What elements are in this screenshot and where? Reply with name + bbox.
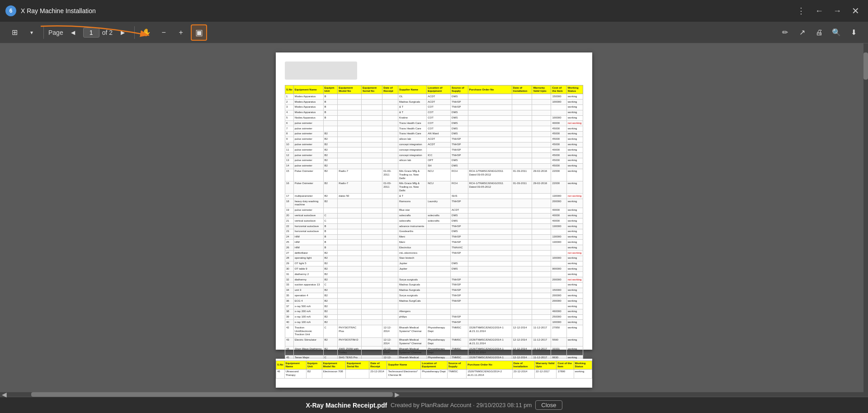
table-cell: pulse oximeter: [293, 131, 323, 137]
table-cell: COT: [427, 110, 451, 115]
table-cell: not working: [566, 251, 583, 256]
table-cell: working: [566, 266, 583, 272]
table-cell: 23-12-2014: [369, 369, 387, 378]
table-cell: [382, 131, 398, 137]
table-cell: [532, 213, 551, 218]
table-row: 30OT table 9B2JupiterDMS900000working: [285, 266, 583, 272]
table-cell: Electrosoun 70B: [322, 369, 346, 378]
print-button[interactable]: 🖨: [812, 25, 826, 40]
table-cell: datex 50: [338, 194, 362, 199]
table-row: 5Nodes ApparatusBKratineCOTDMS100000work…: [285, 115, 583, 121]
table-cell: [338, 121, 362, 126]
table-cell: 22-12-2017: [534, 369, 557, 378]
h-scroll-left-btn[interactable]: ◀: [0, 391, 9, 398]
table-cell: [427, 272, 451, 277]
table-cell: [362, 218, 382, 224]
table-cell: [398, 163, 426, 169]
table-cell: [323, 121, 338, 126]
col-receipt: Date of Receipt: [382, 85, 398, 94]
status-close-button[interactable]: Close: [535, 400, 562, 410]
chevron-down-button[interactable]: ▾: [24, 25, 39, 40]
table-cell: B: [323, 94, 338, 100]
table-cell: [427, 261, 451, 266]
table-cell: [362, 137, 382, 142]
table-cell: DMS: [451, 229, 468, 234]
page-number-input[interactable]: [83, 28, 99, 38]
table-cell: TNHSP: [451, 234, 468, 240]
table-cell: [338, 309, 362, 314]
table-cell: pulse oximeter: [293, 163, 323, 169]
table-row: 4Modes ApparatusB& TCOTDMSworking: [285, 110, 583, 115]
h-scroll-area[interactable]: ◀ ▶: [0, 392, 863, 397]
table-cell: [338, 163, 362, 169]
table-cell: Radix-7: [338, 169, 362, 181]
table-cell: defibrillator: [293, 251, 323, 256]
table-cell: DMS: [451, 115, 468, 121]
grid-button[interactable]: ⊞: [7, 25, 22, 40]
table-cell: [532, 194, 551, 199]
annotate-button[interactable]: ✏: [778, 25, 792, 40]
table-cell: 30: [285, 266, 294, 272]
table-cell: B2: [323, 142, 338, 147]
table-cell: B2: [323, 131, 338, 137]
fit-page-button[interactable]: ▣: [191, 24, 207, 41]
table-cell: [362, 181, 382, 193]
download-button[interactable]: ⬇: [846, 25, 861, 40]
table-cell: TNHSP: [451, 153, 468, 158]
table-cell: [512, 199, 532, 208]
table-cell: [551, 304, 566, 309]
table-cell: Goodearths: [398, 229, 426, 234]
share-button[interactable]: ↗: [795, 25, 809, 40]
next-page-button[interactable]: ▶: [115, 25, 130, 40]
table-cell: [338, 110, 362, 115]
table-cell: [362, 325, 382, 337]
table-row: 27defibrillatorB2miL-electronicsTNHSPnot…: [285, 251, 583, 256]
table-cell: 36: [285, 299, 294, 304]
viewer-area[interactable]: S.No Equipment Name Equipm Unit Equipmen…: [0, 43, 868, 397]
back-button[interactable]: ←: [812, 4, 826, 18]
table-cell: 6: [285, 121, 294, 126]
col-model: Equipment Model No: [338, 85, 362, 94]
table-cell: 900000: [551, 266, 566, 272]
table-cell: working: [566, 314, 583, 320]
h-scroll-right-btn[interactable]: ▶: [393, 391, 401, 398]
status-subtitle: Created by PlanRadar Account · 29/10/202…: [391, 402, 532, 408]
table-cell: [532, 163, 551, 169]
table-cell: 22000: [551, 181, 566, 193]
prev-page-button[interactable]: ◀: [66, 25, 80, 40]
table-cell: 45000: [551, 126, 566, 132]
table-cell: [362, 261, 382, 266]
table-cell: [362, 126, 382, 132]
h-scrollbar-thumb[interactable]: [31, 392, 393, 397]
table-cell: not working: [566, 194, 583, 199]
table-cell: [362, 224, 382, 229]
table-cell: 19: [285, 208, 294, 213]
menu-button[interactable]: ⋮: [794, 4, 808, 18]
table-cell: ACDT: [427, 100, 451, 105]
table-cell: [398, 272, 426, 277]
forward-button[interactable]: →: [830, 4, 844, 18]
hand-tool-button[interactable]: ✋: [139, 25, 154, 40]
right-scrollbar[interactable]: [863, 43, 868, 397]
table-cell: [382, 288, 398, 293]
table-cell: [468, 163, 512, 169]
table-cell: [551, 245, 566, 251]
table-cell: [338, 240, 362, 245]
table-cell: Laundry: [427, 199, 451, 208]
table-cell: COT: [427, 115, 451, 121]
table-cell: 100000: [551, 320, 566, 325]
table-cell: working: [566, 158, 583, 163]
table-cell: B2: [323, 199, 338, 208]
search-button[interactable]: 🔍: [829, 25, 844, 40]
zoom-out-button[interactable]: −: [156, 25, 171, 40]
table-row: 16Pulse OximeterB2Radix-701-03-2011M/s G…: [285, 181, 583, 193]
close-button[interactable]: ✕: [848, 4, 863, 18]
right-scrollbar-thumb[interactable]: [863, 52, 868, 80]
table-cell: [362, 234, 382, 240]
table-cell: [551, 272, 566, 277]
table-cell: B2: [323, 288, 338, 293]
zoom-in-button[interactable]: +: [174, 25, 188, 40]
table-cell: [338, 147, 362, 153]
table-cell: [382, 309, 398, 314]
table-cell: [338, 158, 362, 163]
